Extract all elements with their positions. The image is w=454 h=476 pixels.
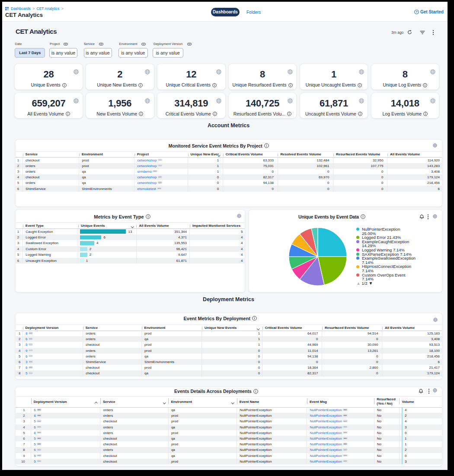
svg-text:?: ? [416,10,417,13]
